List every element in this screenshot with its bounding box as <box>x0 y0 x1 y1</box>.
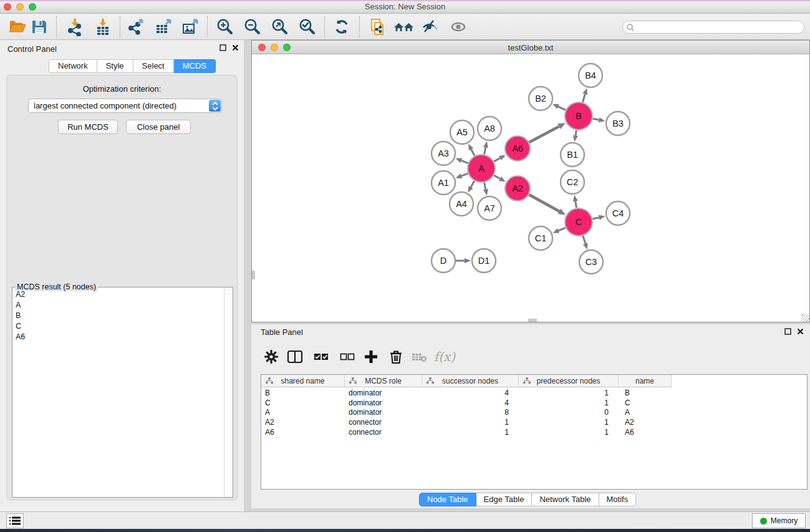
network-graph: B4B2BB3A5A8A6A3B1AC2A1A2A4A7C4CC1DD1C3 <box>252 54 809 322</box>
table-row[interactable]: Bdominator41B <box>261 389 807 399</box>
tab-motifs[interactable]: Motifs <box>599 493 637 506</box>
zoom-fit-icon[interactable] <box>269 16 291 38</box>
mcds-result-scrollbar[interactable] <box>224 288 233 497</box>
close-panel-icon[interactable] <box>232 44 239 51</box>
memory-button[interactable]: Memory <box>752 513 806 528</box>
close-panel-button[interactable]: Close panel <box>126 120 191 134</box>
refresh-icon[interactable] <box>330 16 353 38</box>
table-cell: 1 <box>519 418 619 428</box>
table-cell: 0 <box>519 408 619 418</box>
table-cell: A <box>619 408 672 418</box>
search-field[interactable] <box>622 21 804 34</box>
mcds-result-item[interactable]: A2 <box>12 289 224 299</box>
tab-network[interactable]: Network <box>49 59 97 73</box>
function-builder-icon: f(x) <box>431 346 458 368</box>
graph-edge-C-C4[interactable] <box>592 218 599 219</box>
unselect-all-columns-icon[interactable] <box>336 346 359 368</box>
table-row[interactable]: Adominator80A <box>261 408 807 418</box>
graph-node-label: B <box>576 111 582 121</box>
graph-edge-B-B4[interactable] <box>582 94 585 102</box>
graph-edge-C-C3[interactable] <box>583 236 586 243</box>
graph-edge-arrow <box>552 228 559 233</box>
open-file-icon[interactable] <box>6 16 29 38</box>
graph-edge-A-A5[interactable] <box>471 149 475 155</box>
overview-homes-icon[interactable] <box>393 16 415 38</box>
clone-network-icon[interactable] <box>367 16 390 38</box>
save-session-icon[interactable] <box>28 16 51 38</box>
table-row[interactable]: A2connector11A2 <box>261 418 807 428</box>
table-float-panel-icon[interactable] <box>784 328 791 335</box>
select-all-columns-icon[interactable] <box>310 346 332 368</box>
network-canvas[interactable]: B4B2BB3A5A8A6A3B1AC2A1A2A4A7C4CC1DD1C3 <box>252 54 809 322</box>
mcds-result-item[interactable]: C <box>12 321 224 331</box>
column-header-name[interactable]: name <box>619 375 672 387</box>
network-hscroll-mark[interactable] <box>528 319 537 322</box>
graph-edge-A-A7[interactable] <box>485 183 486 190</box>
export-network-icon[interactable] <box>125 16 148 38</box>
criterion-select-value: largest connected component (directed) <box>34 101 176 110</box>
graph-edge-arrow <box>483 189 488 196</box>
column-header-predecessor-nodes[interactable]: predecessor nodes <box>519 375 619 387</box>
mcds-result-item[interactable]: A6 <box>12 331 224 342</box>
graph-edge-A-A4[interactable] <box>471 181 475 187</box>
graph-edge-B-B2[interactable] <box>558 107 566 110</box>
column-header-successor-nodes[interactable]: successor nodes <box>422 375 519 387</box>
graph-edge-B-B1[interactable] <box>576 130 576 136</box>
table-row[interactable]: A6connector11A6 <box>261 428 807 438</box>
graph-edge-arrow <box>456 158 463 163</box>
main-titlebar: Session: New Session <box>0 0 810 14</box>
export-image-icon[interactable] <box>179 16 201 38</box>
graph-edge-A-A3[interactable] <box>461 160 468 163</box>
graph-edge-C-C1[interactable] <box>559 228 566 231</box>
run-mcds-button[interactable]: Run MCDS <box>58 120 118 134</box>
graph-edge-A-A2[interactable] <box>494 175 500 178</box>
tab-mcds[interactable]: MCDS <box>174 59 216 73</box>
table-settings-gear-icon[interactable] <box>260 346 282 368</box>
memory-status-icon <box>760 518 767 525</box>
table-panel-title: Table Panel <box>261 327 303 337</box>
tab-node-table[interactable]: Node Table <box>419 493 476 506</box>
control-panel-title: Control Panel <box>7 44 57 54</box>
float-panel-icon[interactable] <box>219 44 226 51</box>
tab-network-table[interactable]: Network Table <box>532 493 599 506</box>
zoom-selected-icon[interactable] <box>296 16 319 38</box>
column-header-mcds-role[interactable]: MCDS role <box>345 375 422 387</box>
export-table-icon[interactable] <box>152 16 175 38</box>
graph-edge-A6-B[interactable] <box>529 127 559 142</box>
table-close-panel-icon[interactable] <box>797 328 804 335</box>
task-history-button[interactable] <box>6 513 24 528</box>
show-columns-icon[interactable] <box>284 346 306 368</box>
graph-edge-C-C2[interactable] <box>576 201 577 208</box>
table-cell: 1 <box>519 399 619 409</box>
graph-edge-A-A8[interactable] <box>485 147 486 154</box>
graph-node-label: A4 <box>456 199 467 209</box>
tab-edge-table[interactable]: Edge Table <box>476 493 533 506</box>
graph-edge-A-A1[interactable] <box>461 173 468 176</box>
search-input[interactable] <box>637 23 804 32</box>
graph-edge-B-B3[interactable] <box>593 118 599 120</box>
mcds-result-item[interactable]: A <box>12 299 224 310</box>
network-resize-grip[interactable] <box>801 314 809 322</box>
column-header-shared-name[interactable]: shared name <box>261 375 345 387</box>
show-eye-icon[interactable] <box>447 16 470 38</box>
graph-edge-A-A6[interactable] <box>494 158 500 161</box>
zoom-in-icon[interactable] <box>214 16 236 38</box>
mcds-result-item[interactable]: B <box>12 310 224 321</box>
criterion-select[interactable]: largest connected component (directed) <box>28 99 222 113</box>
graph-node-label: A <box>478 163 485 173</box>
import-table-icon[interactable] <box>92 16 114 38</box>
delete-columns-icon[interactable] <box>385 346 407 368</box>
network-vscroll-mark[interactable] <box>252 271 255 279</box>
hide-eye-icon[interactable] <box>419 16 441 38</box>
tab-select[interactable]: Select <box>133 59 174 73</box>
graph-node-label: C2 <box>567 177 579 187</box>
zoom-out-icon[interactable] <box>241 16 264 38</box>
node-table: shared nameMCDS rolesuccessor nodesprede… <box>261 374 808 490</box>
table-row[interactable]: Cdominator41C <box>261 399 807 409</box>
tab-style[interactable]: Style <box>97 59 133 73</box>
main-toolbar <box>0 14 810 40</box>
import-network-icon[interactable] <box>64 16 86 38</box>
graph-edge-A2-C[interactable] <box>529 195 559 211</box>
graph-edge-arrow <box>573 135 578 142</box>
create-column-icon[interactable] <box>360 346 382 368</box>
